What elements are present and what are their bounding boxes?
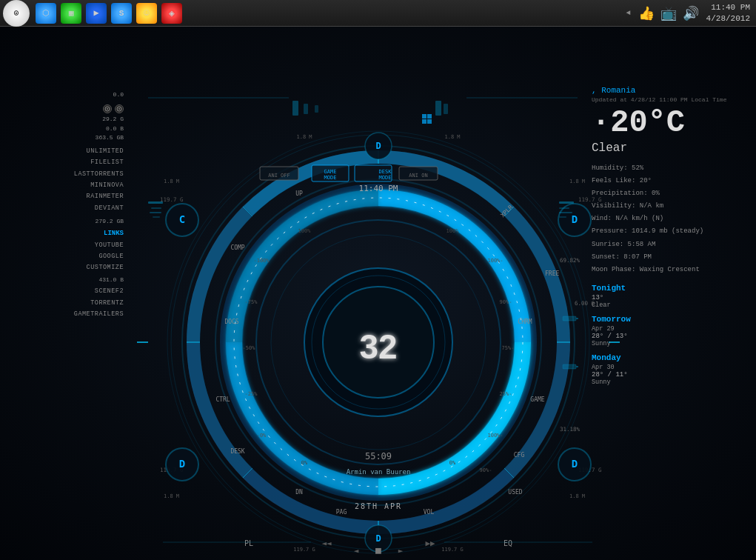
svg-point-80 (365, 525, 392, 552)
taskbar-clock: 11:40 PM 4/28/2012 (706, 2, 750, 24)
wind: Wind: N/A km/h (N) (592, 213, 747, 225)
svg-point-19 (234, 198, 523, 487)
humidity: Humidity: 52% (592, 162, 747, 175)
pressure: Pressure: 1014.9 mb (steady) (592, 225, 747, 238)
sidebar-scenef2[interactable]: SCENEF2 (6, 286, 124, 297)
svg-text:119.7 G: 119.7 G (160, 467, 184, 473)
svg-text:-50%: -50% (243, 345, 256, 351)
svg-text:100%: 100% (446, 228, 460, 234)
taskbar-icon-winamp[interactable]: ⬡ (36, 3, 56, 24)
forecast-monday-date: Apr 30 (592, 364, 747, 371)
svg-rect-132 (563, 316, 576, 321)
svg-text:0%: 0% (449, 460, 456, 466)
svg-rect-133 (576, 318, 578, 319)
stat-29g: 29.2 G (6, 115, 124, 124)
taskbar-icon-player[interactable]: ▶ (86, 3, 107, 24)
svg-point-23 (304, 268, 452, 416)
taskbar-icon-app6[interactable]: ◈ (161, 3, 182, 24)
svg-text:28TH APR: 28TH APR (355, 502, 402, 510)
sidebar-google[interactable]: GOOGLE (6, 251, 124, 262)
taskbar-icons: ⬡ ▦ ▶ S ☺ ◈ (36, 3, 182, 24)
forecast-tomorrow-temp: 28° / 13° (592, 333, 747, 340)
weather-panel: , Romania Updated at 4/28/12 11:00 PM Lo… (592, 86, 747, 392)
svg-rect-113 (304, 104, 308, 114)
svg-rect-112 (292, 101, 298, 116)
tray-icon-volume[interactable]: 🔊 (683, 5, 699, 21)
svg-text:CHRM: CHRM (518, 319, 532, 325)
sidebar-gametrailers[interactable]: GAMETRAILERS (6, 309, 124, 320)
svg-text:-75%: -75% (245, 299, 258, 305)
taskbar-logo[interactable]: ⊙ (3, 0, 30, 27)
svg-text:D: D (572, 458, 578, 470)
tray-icon-thumb[interactable]: 👍 (638, 5, 655, 21)
svg-text:ANI ON: ANI ON (409, 173, 427, 179)
disk-row-1 (6, 104, 124, 113)
sidebar-unlimited[interactable]: UNLIMITED (6, 146, 124, 157)
svg-text:75%-: 75%- (502, 345, 515, 351)
weather-forecast: Tonight 13° Clear Tomorrow Apr 29 28° / … (592, 284, 747, 386)
forecast-tonight: Tonight 13° Clear (592, 284, 747, 309)
svg-text:69.82%: 69.82% (560, 257, 581, 264)
taskbar-icon-media[interactable]: ▦ (61, 3, 81, 24)
sidebar-filelist[interactable]: FILELIST (6, 157, 124, 168)
taskbar: ⊙ ⬡ ▦ ▶ S ☺ ◈ ◄ 👍 📺 🔊 11:40 PM 4/28/2012 (0, 0, 756, 27)
forecast-monday-label: Monday (592, 353, 747, 362)
sidebar-rainmeter[interactable]: RAINMETER (6, 191, 124, 202)
svg-text:COMP: COMP (230, 244, 244, 251)
svg-rect-131 (576, 366, 578, 367)
taskbar-icon-skype[interactable]: S (111, 3, 132, 24)
disk-icon-1 (103, 104, 112, 113)
sidebar-torrentz[interactable]: TORRENTZ (6, 298, 124, 309)
sidebar-deviant[interactable]: DEVIANT (6, 203, 124, 214)
sidebar-mininova[interactable]: MININOVA (6, 180, 124, 191)
svg-text:MODE: MODE (324, 175, 337, 181)
svg-text:Armin van Buuren: Armin van Buuren (347, 468, 411, 476)
sidebar-lasttorrents[interactable]: LASTTORRENTS (6, 169, 124, 180)
svg-text:119.7 G: 119.7 G (293, 547, 315, 553)
svg-text:PAG: PAG (336, 509, 347, 516)
svg-text:D: D (375, 141, 381, 151)
sidebar-youtube[interactable]: YOUTUBE (6, 240, 124, 251)
svg-text:FREE: FREE (545, 270, 559, 277)
svg-text:CTRL: CTRL (215, 396, 230, 403)
stat-431: 431.0 B (6, 276, 124, 285)
svg-text:25%-: 25%- (500, 391, 512, 397)
svg-point-17 (215, 179, 541, 505)
forecast-monday-temp: 28° / 11° (592, 371, 747, 379)
svg-rect-122 (151, 207, 161, 209)
svg-text:31.18%: 31.18% (560, 426, 581, 433)
svg-text:-25%: -25% (245, 391, 258, 397)
svg-rect-110 (422, 119, 426, 124)
svg-text:1.8 M: 1.8 M (569, 179, 585, 184)
svg-rect-128 (137, 341, 148, 343)
weather-updated: Updated at 4/28/12 11:00 PM Local Time (592, 96, 747, 103)
svg-text:119.7 G: 119.7 G (160, 196, 184, 203)
forecast-tomorrow-date: Apr 29 (592, 325, 747, 333)
svg-rect-108 (422, 114, 426, 119)
svg-text:D: D (572, 213, 578, 225)
sidebar-customize[interactable]: CUSTOMIZE (6, 262, 124, 273)
svg-text:DN: DN (295, 489, 303, 496)
svg-rect-120 (559, 216, 566, 218)
tray-icon-display[interactable]: 📺 (660, 5, 677, 21)
svg-text:USED: USED (508, 489, 522, 496)
svg-text:55:09: 55:09 (365, 451, 392, 461)
taskbar-right: ◄ 👍 📺 🔊 11:40 PM 4/28/2012 (626, 2, 756, 24)
svg-text:90%-: 90%- (500, 299, 512, 305)
svg-rect-117 (559, 201, 574, 204)
svg-text:1.8 M: 1.8 M (164, 493, 179, 499)
taskbar-collapse-btn[interactable]: ◄ (626, 9, 631, 17)
svg-text:▶▶: ▶▶ (425, 539, 435, 548)
svg-text:EQ: EQ (504, 539, 512, 547)
svg-rect-123 (150, 212, 161, 213)
svg-text:D: D (375, 533, 381, 544)
svg-text:119.7 G: 119.7 G (578, 467, 602, 473)
svg-text:1.8 M: 1.8 M (444, 134, 460, 140)
background: 0.0 29.2 G 0.0 B 363.5 GB UNLIMITED FILE… (0, 27, 756, 560)
svg-text:90%-: 90%- (480, 467, 492, 473)
taskbar-icon-emoji[interactable]: ☺ (136, 3, 157, 24)
svg-point-6 (182, 146, 575, 539)
svg-text:D: D (179, 458, 185, 470)
forecast-tomorrow: Tomorrow Apr 29 28° / 13° Sunny (592, 315, 747, 347)
svg-point-82 (365, 133, 392, 159)
